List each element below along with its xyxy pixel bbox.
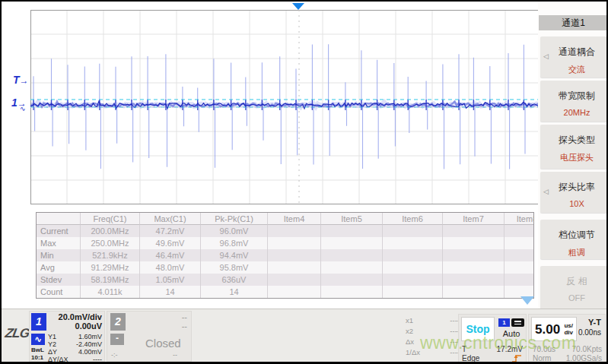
measurement-cell: [505, 225, 534, 237]
measurement-cell: [268, 261, 321, 274]
measurement-column-header: Max(C1): [140, 213, 201, 225]
menu-item-label: 通道耦合: [540, 46, 607, 59]
x-cursor-row: Δx----: [406, 337, 460, 347]
measurement-cell: [268, 286, 321, 298]
measurement-column-header: Item4: [268, 213, 321, 225]
trigger-position-icon[interactable]: [292, 3, 304, 10]
measurement-cell: [443, 274, 505, 286]
menu-item-3[interactable]: 探头类型电压探头: [540, 125, 607, 169]
measurement-cell: 521.9kHz: [81, 249, 140, 261]
measurement-cell: [443, 261, 505, 274]
measurement-row-label: Current: [37, 225, 81, 237]
measurement-column-header: Item6: [383, 213, 443, 225]
measurement-cell: [505, 274, 534, 286]
measurement-column-header: Freq(C1): [81, 213, 140, 225]
x-cursor-label: Δx: [406, 337, 414, 347]
y-cursor-label: Y2: [48, 340, 56, 348]
measurement-cell: 250.0MHz: [81, 237, 140, 249]
x-cursor-row: x1----: [406, 315, 460, 326]
trigger-level-marker[interactable]: T→: [13, 74, 29, 86]
measurement-column-header: [37, 213, 81, 225]
menu-item-value: 10X: [540, 199, 607, 208]
channel1-badge[interactable]: 1: [31, 313, 46, 331]
menu-item-5[interactable]: 档位调节粗调: [540, 220, 607, 259]
oscilloscope-screen: T→ 1→ ∿ Freq(C1)Max(C1)Pk-Pk(C1)Item4Ite…: [0, 0, 608, 364]
sample-rate: 1.00GSa/s: [566, 354, 602, 362]
menu-lines-icon: [511, 318, 524, 327]
memory-depth: 70.0Kpts: [572, 345, 602, 353]
menu-item-1[interactable]: ◁通道耦合交流: [540, 36, 607, 78]
x-cursor-label: x1: [406, 315, 413, 326]
measurement-cell: 96.0mV: [201, 225, 268, 237]
measurement-cell: 91.29MHz: [81, 261, 140, 274]
measurement-cell: 47.2mV: [140, 225, 201, 237]
menu-item-4[interactable]: ◁探头比率10X: [540, 172, 607, 213]
y-cursor-row: ΔY4.00mV: [48, 348, 102, 356]
measurement-row-label: Avg: [37, 261, 81, 274]
channel1-offset: 0.00uV: [75, 321, 102, 331]
timebase-status-block[interactable]: 5.00 us/ div Y-T 0.00ns 70.0us 70.0Kpts …: [528, 314, 606, 362]
acquire-row: Norm 1.00GSa/s: [533, 354, 602, 362]
measurement-cell: [268, 249, 321, 261]
submenu-arrow-icon: ◁: [543, 188, 549, 195]
menu-item-value: 电压探头: [540, 152, 607, 163]
arrow-right-icon: →: [20, 75, 29, 86]
measurement-column-header: Item5: [321, 213, 383, 225]
measurement-row-label: Count: [37, 286, 81, 298]
channel2-status-block[interactable]: 2 -- -- - Closed -:- --: [107, 311, 192, 362]
measurement-cell: [383, 237, 443, 249]
measurement-cell: [383, 261, 443, 274]
x-cursor-row: 1/Δx----: [406, 347, 460, 358]
measurement-cell: [443, 249, 505, 261]
channel-marker-label: 1: [11, 97, 18, 109]
trigger-level-value: 17.2mV: [497, 345, 523, 353]
x-cursor-row: x2----: [406, 326, 460, 337]
measurement-cell: 96.8mV: [201, 237, 268, 249]
measurement-cell: [321, 249, 383, 261]
trigger-source-badge: 1: [498, 318, 510, 327]
measurement-cell: 94.4mV: [201, 249, 268, 261]
scroll-down-icon[interactable]: [520, 296, 534, 305]
timebase-scale-box[interactable]: 5.00 us/ div: [531, 317, 577, 341]
waveform-grid: [30, 10, 542, 204]
measurement-column-header: Item7: [443, 213, 505, 225]
measurement-cell: [505, 237, 534, 249]
y-cursor-row: Y11.60mV: [48, 333, 102, 340]
channel2-badge[interactable]: 2: [110, 313, 126, 331]
measurement-cell: [321, 286, 383, 298]
y-cursor-label: ΔY: [48, 348, 57, 356]
trigger-sweep-mode[interactable]: Auto: [497, 329, 526, 338]
measurement-table: Freq(C1)Max(C1)Pk-Pk(C1)Item4Item5Item6I…: [36, 212, 534, 299]
menu-item-label: 档位调节: [540, 229, 607, 242]
timebase-unit-bottom: div: [564, 329, 573, 336]
measurement-cell: [505, 261, 534, 274]
window-span: 70.0us: [533, 345, 555, 353]
trigger-status-block[interactable]: Stop 1 Auto T 17.2mV Edge: [458, 314, 527, 362]
measurement-row-label: Max: [37, 237, 81, 249]
status-bar: ZLG® 1 20.0mV/div 0.00uV ∿ BwL 10:1 Y11.…: [2, 309, 606, 363]
measurement-cell: [383, 249, 443, 261]
probe-ratio-flag: 10:1: [31, 354, 43, 361]
menu-title: 通道1: [539, 15, 608, 30]
menu-item-6[interactable]: 反 相OFF: [540, 266, 607, 309]
y-cursor-value: 4.00mV: [78, 348, 102, 356]
measurement-cell: [321, 225, 383, 237]
channel1-scale: 20.0mV/div: [59, 312, 102, 321]
run-state-indicator[interactable]: Stop: [461, 317, 495, 341]
timebase-scale-value: 5.00: [535, 322, 560, 337]
channel2-state: Closed: [145, 337, 181, 350]
measurement-cell: [443, 237, 505, 249]
measurement-cell: 14: [201, 286, 268, 298]
channel2-sub-left: -:-: [111, 351, 118, 359]
channel2-minus-badge: -: [110, 334, 124, 345]
bandwidth-limit-flag: BwL: [31, 347, 44, 353]
x-cursor-label: 1/Δx: [406, 347, 420, 358]
menu-item-2[interactable]: 带宽限制20MHz: [540, 81, 607, 122]
menu-item-value: 粗调: [540, 247, 607, 258]
menu-item-label: 反 相: [540, 275, 607, 288]
menu-item-value: OFF: [540, 293, 607, 302]
channel1-status-block[interactable]: 1 20.0mV/div 0.00uV ∿ BwL 10:1 Y11.60mVY…: [29, 311, 105, 362]
measurement-cell: [383, 225, 443, 237]
menu-item-label: 带宽限制: [540, 90, 607, 103]
measurement-cell: 95.8mV: [201, 261, 268, 274]
